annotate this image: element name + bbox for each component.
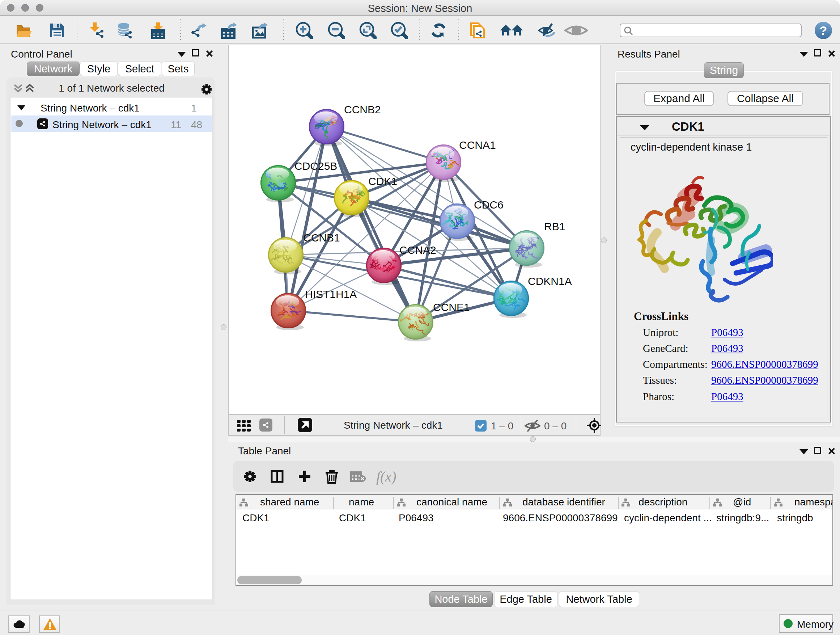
svg-text:CCNB2: CCNB2	[344, 103, 381, 116]
svg-text:RB1: RB1	[544, 220, 565, 233]
svg-text:CCNB1: CCNB1	[303, 232, 340, 244]
svg-text:CDC6: CDC6	[474, 199, 504, 211]
svg-text:CCNE1: CCNE1	[433, 301, 470, 313]
svg-text:CCNA1: CCNA1	[459, 139, 496, 151]
svg-text:CDC25B: CDC25B	[294, 160, 337, 172]
svg-text:CDK1: CDK1	[368, 175, 397, 187]
svg-text:CDKN1A: CDKN1A	[528, 275, 572, 287]
svg-text:HIST1H1A: HIST1H1A	[305, 288, 357, 300]
svg-text:CCNA2: CCNA2	[399, 244, 436, 256]
